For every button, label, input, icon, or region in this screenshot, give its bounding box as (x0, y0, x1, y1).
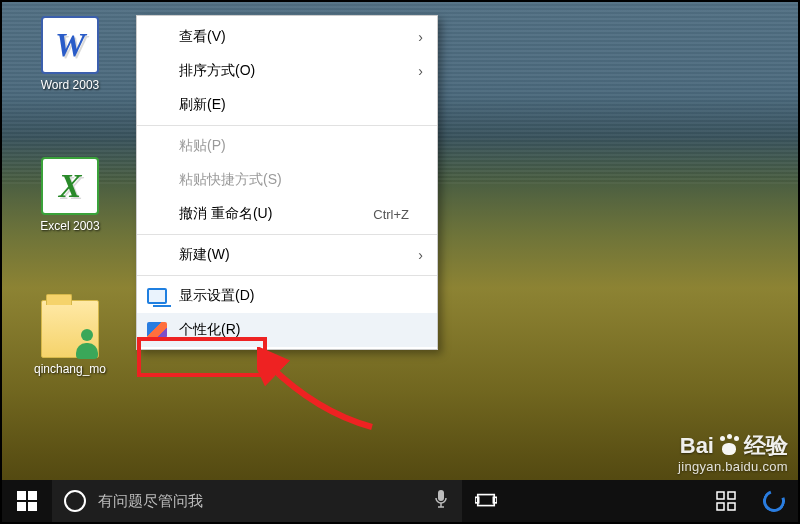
display-settings-icon (147, 288, 167, 304)
task-view-icon (475, 492, 497, 510)
menu-item-display-settings[interactable]: 显示设置(D) (137, 279, 437, 313)
submenu-arrow-icon: › (418, 63, 423, 79)
menu-item-new[interactable]: 新建(W) › (137, 238, 437, 272)
taskbar-app-button[interactable] (702, 480, 750, 522)
svg-rect-10 (717, 492, 724, 499)
menu-item-personalize[interactable]: 个性化(R) (137, 313, 437, 347)
watermark: Bai 经验 jingyan.baidu.com (678, 435, 788, 474)
taskbar: 有问题尽管问我 (2, 480, 798, 522)
watermark-url: jingyan.baidu.com (678, 459, 788, 474)
svg-rect-11 (728, 492, 735, 499)
menu-item-label: 粘贴(P) (179, 137, 226, 155)
menu-item-paste: 粘贴(P) (137, 129, 437, 163)
edge-icon (759, 486, 788, 515)
cortana-placeholder: 有问题尽管问我 (98, 492, 203, 511)
submenu-arrow-icon: › (418, 29, 423, 45)
cortana-search-box[interactable]: 有问题尽管问我 (52, 480, 462, 522)
menu-item-label: 排序方式(O) (179, 62, 255, 80)
paw-icon (718, 436, 740, 456)
watermark-brand-suffix: 经验 (744, 435, 788, 457)
desktop-icon-excel[interactable]: X Excel 2003 (20, 157, 120, 233)
microphone-icon[interactable] (434, 489, 448, 513)
desktop-icon-label: qinchang_mo (20, 362, 120, 376)
menu-item-sort-by[interactable]: 排序方式(O) › (137, 54, 437, 88)
menu-item-undo-rename[interactable]: 撤消 重命名(U) Ctrl+Z (137, 197, 437, 231)
svg-rect-3 (28, 502, 37, 511)
svg-rect-0 (17, 491, 26, 500)
svg-rect-9 (493, 497, 497, 503)
menu-item-label: 查看(V) (179, 28, 226, 46)
menu-item-label: 新建(W) (179, 246, 230, 264)
svg-rect-1 (28, 491, 37, 500)
personalize-icon (147, 322, 167, 338)
menu-item-label: 个性化(R) (179, 321, 240, 339)
svg-rect-7 (478, 495, 495, 506)
desktop-context-menu: 查看(V) › 排序方式(O) › 刷新(E) 粘贴(P) 粘贴快捷方式(S) … (136, 15, 438, 350)
excel-icon: X (41, 157, 99, 215)
desktop-icon-label: Excel 2003 (20, 219, 120, 233)
menu-item-label: 显示设置(D) (179, 287, 254, 305)
menu-item-refresh[interactable]: 刷新(E) (137, 88, 437, 122)
menu-item-label: 撤消 重命名(U) (179, 205, 272, 223)
menu-separator (137, 234, 437, 235)
svg-rect-8 (475, 497, 479, 503)
app-tile-icon (716, 491, 736, 511)
word-icon: W (41, 16, 99, 74)
menu-item-shortcut: Ctrl+Z (373, 207, 409, 222)
folder-icon (41, 300, 99, 358)
svg-rect-12 (717, 503, 724, 510)
desktop-icon-label: Word 2003 (20, 78, 120, 92)
edge-browser-button[interactable] (750, 480, 798, 522)
submenu-arrow-icon: › (418, 247, 423, 263)
menu-separator (137, 125, 437, 126)
windows-logo-icon (17, 491, 37, 511)
task-view-button[interactable] (462, 480, 510, 522)
watermark-brand-prefix: Bai (680, 435, 714, 457)
svg-rect-4 (438, 490, 444, 501)
menu-separator (137, 275, 437, 276)
menu-item-label: 粘贴快捷方式(S) (179, 171, 282, 189)
cortana-ring-icon (64, 490, 86, 512)
svg-rect-2 (17, 502, 26, 511)
menu-item-label: 刷新(E) (179, 96, 226, 114)
menu-item-view[interactable]: 查看(V) › (137, 20, 437, 54)
menu-item-paste-shortcut: 粘贴快捷方式(S) (137, 163, 437, 197)
desktop-icon-word[interactable]: W Word 2003 (20, 16, 120, 92)
start-button[interactable] (2, 480, 52, 522)
desktop-icon-user-folder[interactable]: qinchang_mo (20, 300, 120, 376)
svg-rect-13 (728, 503, 735, 510)
